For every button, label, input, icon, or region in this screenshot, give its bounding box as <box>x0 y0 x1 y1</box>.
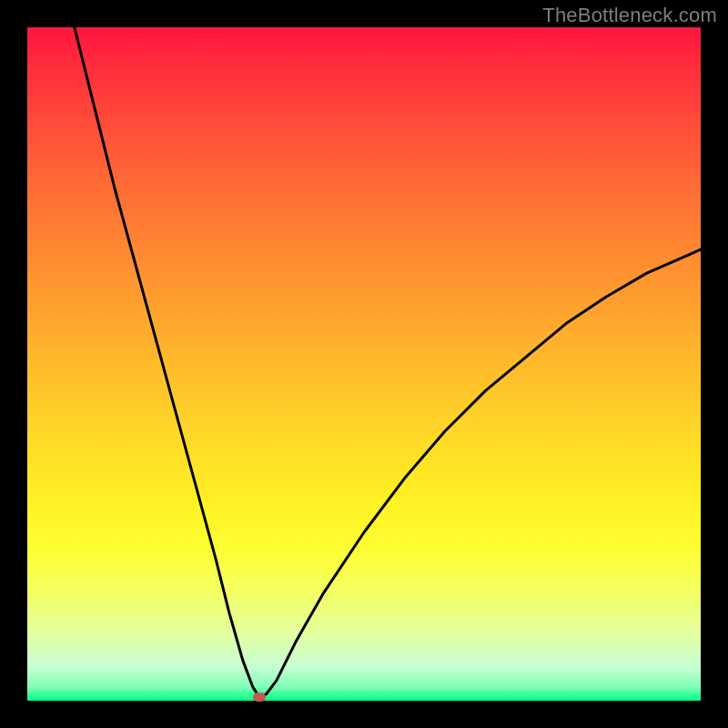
bottleneck-curve <box>75 27 701 697</box>
curve-svg <box>27 27 701 701</box>
watermark-text: TheBottleneck.com <box>542 4 717 27</box>
optimal-point-marker <box>253 693 266 702</box>
chart-frame: TheBottleneck.com <box>0 0 728 728</box>
plot-area <box>27 27 701 701</box>
